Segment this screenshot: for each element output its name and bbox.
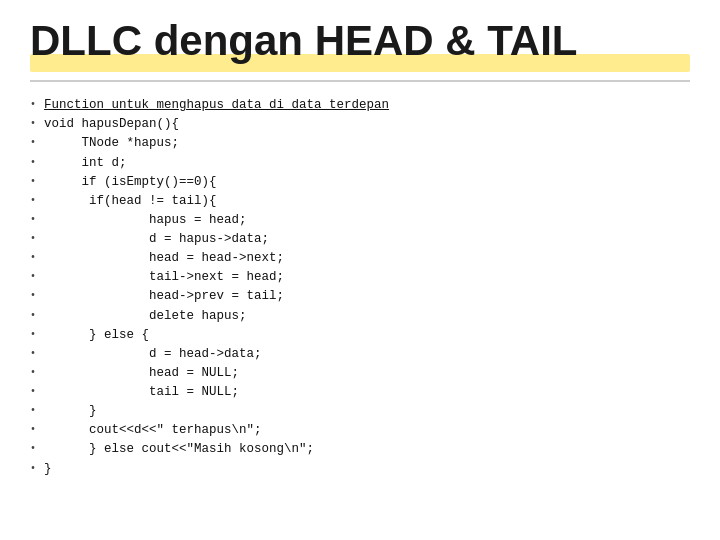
bullet-icon: •: [30, 287, 36, 304]
bullet-icon: •: [30, 230, 36, 247]
code-line-text: cout<<d<<" terhapus\n";: [44, 421, 262, 439]
code-line-text: tail->next = head;: [44, 268, 284, 286]
code-line-text: tail = NULL;: [44, 383, 239, 401]
bullet-icon: •: [30, 326, 36, 343]
page: DLLC dengan HEAD & TAIL •Function untuk …: [0, 0, 720, 540]
code-list: •Function untuk menghapus data di data t…: [30, 96, 690, 478]
bullet-icon: •: [30, 173, 36, 190]
list-item: •Function untuk menghapus data di data t…: [30, 96, 690, 114]
list-item: • head->prev = tail;: [30, 287, 690, 305]
list-item: • tail->next = head;: [30, 268, 690, 286]
code-line-text: TNode *hapus;: [44, 134, 179, 152]
bullet-icon: •: [30, 460, 36, 477]
list-item: • hapus = head;: [30, 211, 690, 229]
list-item: • tail = NULL;: [30, 383, 690, 401]
page-title: DLLC dengan HEAD & TAIL: [30, 17, 578, 64]
bullet-icon: •: [30, 345, 36, 362]
code-line-text: int d;: [44, 154, 127, 172]
list-item: •void hapusDepan(){: [30, 115, 690, 133]
code-line-text: }: [44, 460, 52, 478]
bullet-icon: •: [30, 154, 36, 171]
code-line-text: }: [44, 402, 97, 420]
list-item: • } else {: [30, 326, 690, 344]
bullet-icon: •: [30, 192, 36, 209]
list-item: • head = NULL;: [30, 364, 690, 382]
bullet-icon: •: [30, 383, 36, 400]
code-line-text: void hapusDepan(){: [44, 115, 179, 133]
bullet-icon: •: [30, 364, 36, 381]
list-item: • cout<<d<<" terhapus\n";: [30, 421, 690, 439]
list-item: • d = hapus->data;: [30, 230, 690, 248]
list-item: • if(head != tail){: [30, 192, 690, 210]
bullet-icon: •: [30, 402, 36, 419]
list-item: • head = head->next;: [30, 249, 690, 267]
bullet-icon: •: [30, 421, 36, 438]
title-section: DLLC dengan HEAD & TAIL: [0, 0, 720, 74]
code-line-text: } else cout<<"Masih kosong\n";: [44, 440, 314, 458]
bullet-icon: •: [30, 268, 36, 285]
list-item: • }: [30, 402, 690, 420]
content-section: •Function untuk menghapus data di data t…: [0, 92, 720, 478]
bullet-icon: •: [30, 134, 36, 151]
code-line-text: if (isEmpty()==0){: [44, 173, 217, 191]
code-line-text: d = head->data;: [44, 345, 262, 363]
divider: [30, 80, 690, 82]
code-line-text: head = NULL;: [44, 364, 239, 382]
bullet-icon: •: [30, 440, 36, 457]
code-line-text: head = head->next;: [44, 249, 284, 267]
code-line-text: delete hapus;: [44, 307, 247, 325]
bullet-icon: •: [30, 307, 36, 324]
list-item: • } else cout<<"Masih kosong\n";: [30, 440, 690, 458]
list-item: • int d;: [30, 154, 690, 172]
bullet-icon: •: [30, 211, 36, 228]
code-line-text: d = hapus->data;: [44, 230, 269, 248]
list-item: •}: [30, 460, 690, 478]
code-line-text: hapus = head;: [44, 211, 247, 229]
list-item: • d = head->data;: [30, 345, 690, 363]
bullet-icon: •: [30, 115, 36, 132]
code-line-text: Function untuk menghapus data di data te…: [44, 96, 389, 114]
list-item: • delete hapus;: [30, 307, 690, 325]
code-line-text: } else {: [44, 326, 149, 344]
list-item: • if (isEmpty()==0){: [30, 173, 690, 191]
list-item: • TNode *hapus;: [30, 134, 690, 152]
bullet-icon: •: [30, 96, 36, 113]
bullet-icon: •: [30, 249, 36, 266]
code-line-text: if(head != tail){: [44, 192, 217, 210]
code-line-text: head->prev = tail;: [44, 287, 284, 305]
